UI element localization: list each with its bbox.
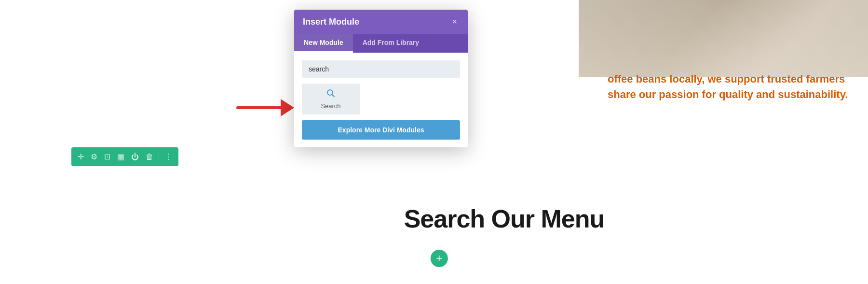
module-toolbar: ✛ ⚙ ⊡ ▦ ⏻ 🗑 ⋮ [71, 147, 178, 166]
move-icon[interactable]: ✛ [76, 151, 85, 162]
modal-header: Insert Module × [294, 10, 468, 34]
toggle-icon[interactable]: ⏻ [130, 152, 140, 162]
duplicate-icon[interactable]: ⊡ [103, 151, 112, 162]
tab-new-module[interactable]: New Module [294, 34, 353, 53]
hero-image [579, 0, 868, 77]
pointer-arrow [236, 99, 294, 116]
tab-add-from-library[interactable]: Add From Library [353, 34, 429, 53]
bottom-heading: Search Our Menu [404, 204, 605, 233]
arrow-head [281, 99, 294, 116]
modal-tabs: New Module Add From Library [294, 34, 468, 53]
search-btn-row: Search [302, 84, 460, 120]
explore-modules-button[interactable]: Explore More Divi Modules [302, 120, 460, 140]
add-section-button[interactable]: + [431, 250, 448, 267]
page-background: offee beans locally, we support trusted … [0, 0, 868, 284]
more-icon[interactable]: ⋮ [163, 151, 174, 162]
arrow-line [236, 106, 281, 109]
orange-body-text: offee beans locally, we support trusted … [608, 71, 858, 102]
search-button-label: Search [321, 102, 340, 110]
delete-icon[interactable]: 🗑 [144, 152, 155, 162]
search-input[interactable] [302, 60, 460, 78]
insert-module-modal: Insert Module × New Module Add From Libr… [294, 10, 468, 147]
svg-line-1 [332, 95, 335, 97]
search-icon [326, 88, 336, 100]
modal-title: Insert Module [303, 17, 359, 27]
settings-icon[interactable]: ⚙ [89, 151, 99, 162]
modal-body: Search Explore More Divi Modules [294, 53, 468, 147]
columns-icon[interactable]: ▦ [116, 151, 126, 162]
search-button[interactable]: Search [302, 84, 360, 114]
toolbar-divider [159, 153, 159, 161]
modal-close-button[interactable]: × [450, 16, 459, 27]
